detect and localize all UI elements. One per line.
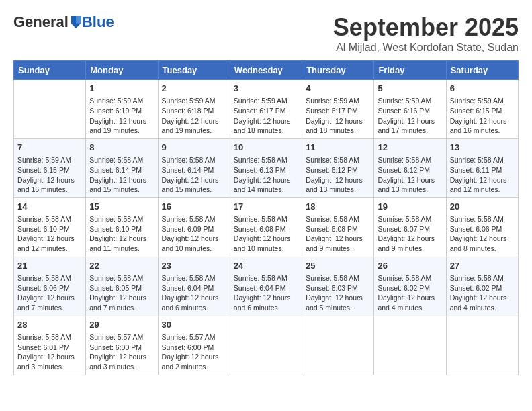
day-info-line: and 19 minutes. bbox=[162, 126, 226, 136]
calendar-week-4: 21Sunrise: 5:58 AMSunset: 6:06 PMDayligh… bbox=[14, 257, 519, 316]
day-info-line: Sunset: 6:14 PM bbox=[162, 165, 226, 175]
day-info-line: Daylight: 12 hours bbox=[378, 293, 442, 303]
day-info-line: Daylight: 12 hours bbox=[306, 175, 370, 185]
calendar-cell bbox=[230, 316, 302, 375]
day-info-line: Sunrise: 5:58 AM bbox=[162, 155, 226, 165]
title-block: September 2025 Al Mijlad, West Kordofan … bbox=[333, 13, 519, 54]
day-info-line: and 7 minutes. bbox=[17, 303, 82, 313]
calendar-cell bbox=[446, 316, 518, 375]
day-info-line: Sunset: 6:17 PM bbox=[234, 106, 298, 116]
logo-blue-text: Blue bbox=[82, 13, 114, 31]
calendar-cell: 15Sunrise: 5:58 AMSunset: 6:10 PMDayligh… bbox=[86, 197, 158, 257]
day-info-line: Sunset: 6:18 PM bbox=[162, 106, 226, 116]
day-info-line: Daylight: 12 hours bbox=[162, 234, 226, 244]
calendar-cell: 3Sunrise: 5:59 AMSunset: 6:17 PMDaylight… bbox=[230, 80, 302, 139]
day-info-line: Sunrise: 5:58 AM bbox=[89, 214, 154, 224]
calendar-cell: 24Sunrise: 5:58 AMSunset: 6:04 PMDayligh… bbox=[230, 257, 302, 316]
day-info-line: and 3 minutes. bbox=[17, 362, 82, 372]
day-number: 28 bbox=[17, 319, 82, 331]
day-info-line: and 7 minutes. bbox=[89, 303, 154, 313]
day-info-line: and 18 minutes. bbox=[234, 126, 298, 136]
day-info-line: Sunset: 6:00 PM bbox=[89, 342, 154, 353]
day-info-line: and 5 minutes. bbox=[306, 303, 370, 313]
calendar-cell bbox=[302, 316, 374, 375]
day-info-line: Sunset: 6:16 PM bbox=[378, 106, 442, 116]
day-info-line: Sunset: 6:10 PM bbox=[89, 224, 154, 234]
day-info-line: Daylight: 12 hours bbox=[234, 234, 298, 244]
day-number: 10 bbox=[234, 142, 298, 154]
day-info-line: and 4 minutes. bbox=[378, 303, 442, 313]
calendar-week-2: 7Sunrise: 5:59 AMSunset: 6:15 PMDaylight… bbox=[14, 138, 519, 197]
day-info-line: Sunrise: 5:58 AM bbox=[378, 214, 442, 224]
day-info-line: and 12 minutes. bbox=[17, 244, 82, 254]
calendar-cell: 30Sunrise: 5:57 AMSunset: 6:00 PMDayligh… bbox=[158, 316, 230, 375]
logo-icon bbox=[70, 15, 82, 30]
day-info-line: Sunrise: 5:59 AM bbox=[306, 96, 370, 106]
day-info-line: and 16 minutes. bbox=[17, 185, 82, 195]
day-number: 9 bbox=[162, 142, 226, 154]
day-header-friday: Friday bbox=[374, 61, 446, 80]
day-info-line: and 6 minutes. bbox=[162, 303, 226, 313]
calendar-cell: 18Sunrise: 5:58 AMSunset: 6:08 PMDayligh… bbox=[302, 197, 374, 257]
calendar-cell: 29Sunrise: 5:57 AMSunset: 6:00 PMDayligh… bbox=[86, 316, 158, 375]
calendar-cell: 7Sunrise: 5:59 AMSunset: 6:15 PMDaylight… bbox=[14, 138, 86, 197]
day-info-line: and 13 minutes. bbox=[306, 185, 370, 195]
calendar-body: 1Sunrise: 5:59 AMSunset: 6:19 PMDaylight… bbox=[14, 80, 519, 375]
day-number: 8 bbox=[89, 142, 154, 154]
day-info-line: Sunrise: 5:58 AM bbox=[306, 273, 370, 283]
day-info-line: Sunset: 6:15 PM bbox=[450, 106, 515, 116]
calendar-cell: 2Sunrise: 5:59 AMSunset: 6:18 PMDaylight… bbox=[158, 80, 230, 139]
day-info-line: Sunset: 6:17 PM bbox=[306, 106, 370, 116]
calendar-week-5: 28Sunrise: 5:58 AMSunset: 6:01 PMDayligh… bbox=[14, 316, 519, 375]
day-info-line: Daylight: 12 hours bbox=[234, 175, 298, 185]
day-header-wednesday: Wednesday bbox=[230, 61, 302, 80]
day-info-line: Daylight: 12 hours bbox=[306, 234, 370, 244]
day-info-line: Sunset: 6:02 PM bbox=[378, 283, 442, 293]
day-number: 3 bbox=[234, 83, 298, 95]
day-info-line: Daylight: 12 hours bbox=[378, 175, 442, 185]
calendar-table: SundayMondayTuesdayWednesdayThursdayFrid… bbox=[13, 60, 519, 375]
day-info-line: Sunset: 6:07 PM bbox=[378, 224, 442, 234]
day-info-line: Sunrise: 5:58 AM bbox=[306, 155, 370, 165]
day-number: 20 bbox=[450, 201, 515, 213]
day-number: 11 bbox=[306, 142, 370, 154]
day-info-line: Sunrise: 5:59 AM bbox=[234, 96, 298, 106]
day-info-line: and 14 minutes. bbox=[234, 185, 298, 195]
day-info-line: Daylight: 12 hours bbox=[162, 175, 226, 185]
day-info-line: Sunrise: 5:58 AM bbox=[17, 273, 82, 283]
day-info-line: Sunset: 6:08 PM bbox=[234, 224, 298, 234]
day-info-line: Daylight: 12 hours bbox=[89, 293, 154, 303]
day-info-line: and 6 minutes. bbox=[234, 303, 298, 313]
day-info-line: Sunrise: 5:58 AM bbox=[450, 214, 515, 224]
day-info-line: Sunrise: 5:59 AM bbox=[89, 96, 154, 106]
day-number: 24 bbox=[234, 260, 298, 272]
day-header-saturday: Saturday bbox=[446, 61, 518, 80]
day-header-tuesday: Tuesday bbox=[158, 61, 230, 80]
day-info-line: Sunset: 6:12 PM bbox=[378, 165, 442, 175]
day-info-line: Sunrise: 5:58 AM bbox=[306, 214, 370, 224]
day-number: 22 bbox=[89, 260, 154, 272]
calendar-cell: 11Sunrise: 5:58 AMSunset: 6:12 PMDayligh… bbox=[302, 138, 374, 197]
day-info-line: Daylight: 12 hours bbox=[450, 116, 515, 126]
day-info-line: and 17 minutes. bbox=[378, 126, 442, 136]
day-info-line: Daylight: 12 hours bbox=[162, 116, 226, 126]
month-title: September 2025 bbox=[333, 13, 519, 42]
day-number: 26 bbox=[378, 260, 442, 272]
calendar-cell: 25Sunrise: 5:58 AMSunset: 6:03 PMDayligh… bbox=[302, 257, 374, 316]
calendar-cell: 12Sunrise: 5:58 AMSunset: 6:12 PMDayligh… bbox=[374, 138, 446, 197]
calendar-cell: 28Sunrise: 5:58 AMSunset: 6:01 PMDayligh… bbox=[14, 316, 86, 375]
day-info-line: Sunset: 6:15 PM bbox=[17, 165, 82, 175]
calendar-cell: 22Sunrise: 5:58 AMSunset: 6:05 PMDayligh… bbox=[86, 257, 158, 316]
day-info-line: Sunset: 6:09 PM bbox=[162, 224, 226, 234]
day-info-line: Sunrise: 5:59 AM bbox=[450, 96, 515, 106]
day-info-line: Sunrise: 5:59 AM bbox=[17, 155, 82, 165]
calendar-cell: 20Sunrise: 5:58 AMSunset: 6:06 PMDayligh… bbox=[446, 197, 518, 257]
calendar-cell: 16Sunrise: 5:58 AMSunset: 6:09 PMDayligh… bbox=[158, 197, 230, 257]
day-info-line: Sunset: 6:10 PM bbox=[17, 224, 82, 234]
day-info-line: Daylight: 12 hours bbox=[89, 116, 154, 126]
day-number: 16 bbox=[162, 201, 226, 213]
day-info-line: Daylight: 12 hours bbox=[89, 352, 154, 362]
day-info-line: and 15 minutes. bbox=[89, 185, 154, 195]
day-info-line: Daylight: 12 hours bbox=[450, 234, 515, 244]
day-info-line: Sunrise: 5:58 AM bbox=[378, 155, 442, 165]
